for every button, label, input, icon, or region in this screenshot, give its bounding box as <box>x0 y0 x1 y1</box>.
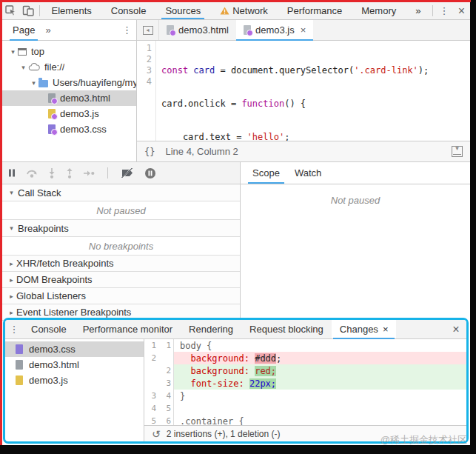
pause-on-exceptions-icon <box>144 167 156 179</box>
step-over-button[interactable] <box>26 168 38 178</box>
breakpoints-empty-text: No breakpoints <box>2 237 240 256</box>
toolbar-divider <box>39 5 40 16</box>
diff-rows: 11 body { 2 background: #ddd; 2 backgrou… <box>144 339 466 425</box>
pause-script-button[interactable] <box>8 169 16 177</box>
chevron-down-icon: ▾ <box>8 48 18 56</box>
debugger-sidebar: ▾ Call Stack Not paused ▾ Breakpoints No… <box>2 162 241 319</box>
css-file-icon <box>16 344 23 354</box>
diff-row-insertion: 2 background: red; <box>144 364 466 377</box>
devtools-screenshot: Elements Console Sources Network Perform… <box>0 0 476 454</box>
changes-file-demo3-css[interactable]: demo3.css <box>5 341 144 357</box>
tab-network[interactable]: Network <box>210 2 278 19</box>
frame-icon <box>18 48 27 56</box>
file-tree: ▾ top ▾ file:// ▾ Users/huayifeng/my/n <box>2 41 136 137</box>
tree-item-demo3-js[interactable]: demo3.js <box>2 106 136 121</box>
editor-options-icon[interactable] <box>452 146 463 157</box>
navigator-tab-page[interactable]: Page <box>7 20 41 41</box>
editor-tab-demo3-js[interactable]: demo3.js × <box>236 20 313 40</box>
navigator-more-tabs-button[interactable]: » <box>41 24 55 36</box>
close-tab-icon[interactable]: × <box>301 24 306 36</box>
editor-tab-demo3-html[interactable]: demo3.html <box>159 20 236 40</box>
chevron-down-icon: ▾ <box>19 64 28 71</box>
tab-scope[interactable]: Scope <box>245 162 287 184</box>
call-stack-section-header[interactable]: ▾ Call Stack <box>2 184 240 201</box>
more-panels-button[interactable]: » <box>406 2 430 19</box>
drawer-tab-bar: ⋮ Console Performance monitor Rendering … <box>5 320 466 339</box>
drawer-close-button[interactable]: × <box>446 320 466 338</box>
breakpoints-section-header[interactable]: ▾ Breakpoints <box>2 220 240 237</box>
deactivate-breakpoints-icon <box>121 168 134 178</box>
tree-item-file-scheme[interactable]: ▾ file:// <box>2 59 136 75</box>
html-file-icon <box>16 360 23 370</box>
revert-icon[interactable]: ↺ <box>152 429 161 439</box>
dom-breakpoints-section-header[interactable]: ▸ DOM Breakpoints <box>2 272 240 288</box>
drawer-tab-console[interactable]: Console <box>23 320 75 338</box>
js-file-icon <box>16 375 23 385</box>
step-into-button[interactable] <box>48 168 56 178</box>
drawer-tab-performance-monitor[interactable]: Performance monitor <box>75 320 181 338</box>
close-icon: × <box>452 324 459 336</box>
chevron-right-icon: ▸ <box>7 260 16 267</box>
inspect-cursor-icon <box>5 5 16 16</box>
line-number[interactable]: 1 <box>137 43 152 54</box>
drawer-tab-request-blocking[interactable]: Request blocking <box>241 320 332 338</box>
inspect-element-button[interactable] <box>2 2 19 19</box>
code-editor[interactable]: 1 2 3 4 const card = document.querySelec… <box>137 41 470 141</box>
step-button[interactable] <box>84 170 95 177</box>
changes-file-demo3-js[interactable]: demo3.js <box>5 373 144 388</box>
xhr-breakpoints-section-header[interactable]: ▸ XHR/fetch Breakpoints <box>2 256 240 272</box>
toolbar-divider <box>432 5 433 16</box>
line-number[interactable]: 4 <box>137 76 152 87</box>
changes-file-demo3-html[interactable]: demo3.html <box>5 357 144 373</box>
close-tab-icon[interactable]: × <box>383 324 389 335</box>
tree-item-demo3-css[interactable]: demo3.css <box>2 121 136 137</box>
device-toolbar-button[interactable] <box>19 2 36 19</box>
tab-sources[interactable]: Sources <box>155 2 210 19</box>
tree-item-folder[interactable]: ▾ Users/huayifeng/my/n <box>2 75 136 90</box>
cloud-icon <box>28 63 40 71</box>
step-out-button[interactable] <box>66 168 73 178</box>
devtools-menu-button[interactable]: ⋮ <box>435 2 452 19</box>
pretty-print-icon[interactable]: {} <box>144 147 155 157</box>
tab-console[interactable]: Console <box>101 2 156 19</box>
tab-watch[interactable]: Watch <box>287 162 329 184</box>
drawer-tab-changes[interactable]: Changes × <box>332 320 397 338</box>
tab-elements[interactable]: Elements <box>42 2 101 19</box>
devtools-close-button[interactable]: × <box>453 2 470 19</box>
changes-panel: demo3.css demo3.html demo3.js 11 <box>5 339 466 441</box>
tree-item-top[interactable]: ▾ top <box>2 44 136 59</box>
changes-file-list: demo3.css demo3.html demo3.js <box>5 339 144 441</box>
folder-icon <box>38 80 48 87</box>
diff-row-deletion: 2 background: #ddd; <box>144 352 466 364</box>
debugger-toolbar <box>2 162 240 184</box>
tab-performance[interactable]: Performance <box>278 2 352 19</box>
line-number[interactable]: 2 <box>137 54 152 65</box>
chevron-down-icon: ▾ <box>7 224 16 232</box>
step-icon <box>84 170 95 177</box>
scope-tab-bar: Scope Watch <box>241 162 470 184</box>
pause-on-exceptions-button[interactable] <box>144 167 156 179</box>
tab-memory[interactable]: Memory <box>352 2 406 19</box>
diff-row-unchanged: 56 .container { <box>144 415 466 425</box>
tree-item-demo3-html[interactable]: demo3.html <box>2 90 136 106</box>
line-number[interactable]: 3 <box>137 65 152 76</box>
line-number-gutter[interactable]: 1 2 3 4 <box>137 41 156 141</box>
global-listeners-section-header[interactable]: ▸ Global Listeners <box>2 288 240 304</box>
navigator-panel: Page » ⋮ ▾ top ▾ file:// <box>2 20 137 161</box>
tab-network-label: Network <box>232 5 268 16</box>
step-out-icon <box>66 168 73 178</box>
drawer-menu-button[interactable]: ⋮ <box>5 320 23 338</box>
screen-edge-right <box>470 0 476 454</box>
debugger-section: ▾ Call Stack Not paused ▾ Breakpoints No… <box>2 161 470 319</box>
deactivate-breakpoints-button[interactable] <box>121 168 134 178</box>
main-toolbar: Elements Console Sources Network Perform… <box>2 2 470 20</box>
drawer-tab-rendering[interactable]: Rendering <box>181 320 241 338</box>
watermark: @稀土掘金技术社区 <box>381 433 467 447</box>
warning-icon <box>220 7 229 15</box>
navigator-menu-button[interactable]: ⋮ <box>122 24 132 36</box>
code-lines[interactable]: const card = document.querySelector('.ca… <box>156 41 429 141</box>
file-icon <box>167 25 174 35</box>
js-file-icon <box>48 109 56 118</box>
navigator-toggle-button[interactable]: ◂ <box>137 20 159 40</box>
diff-summary: 2 insertions (+), 1 deletion (-) <box>167 429 281 439</box>
